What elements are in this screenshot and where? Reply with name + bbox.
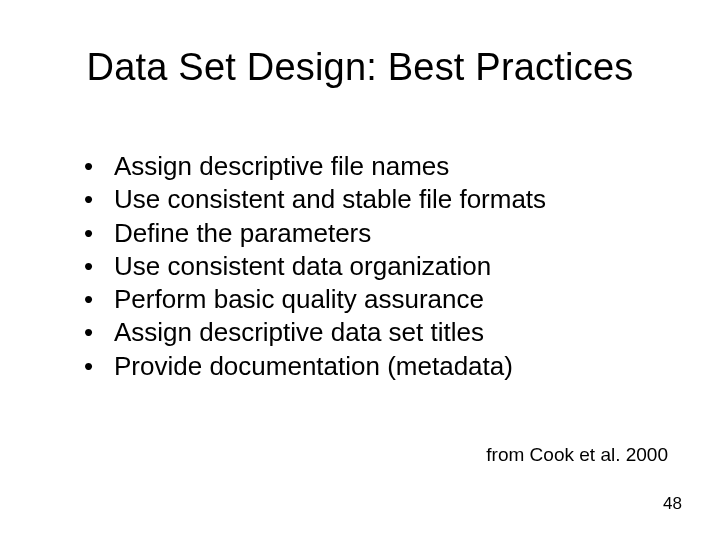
list-item: Assign descriptive file names <box>78 150 638 183</box>
list-item: Provide documentation (metadata) <box>78 350 638 383</box>
list-item: Perform basic quality assurance <box>78 283 638 316</box>
slide: Data Set Design: Best Practices Assign d… <box>0 0 720 540</box>
citation-text: from Cook et al. 2000 <box>486 444 668 466</box>
list-item: Define the parameters <box>78 217 638 250</box>
page-number: 48 <box>663 494 682 514</box>
bullet-list: Assign descriptive file names Use consis… <box>78 150 638 383</box>
slide-title: Data Set Design: Best Practices <box>0 46 720 89</box>
slide-body: Assign descriptive file names Use consis… <box>78 150 638 383</box>
list-item: Assign descriptive data set titles <box>78 316 638 349</box>
list-item: Use consistent and stable file formats <box>78 183 638 216</box>
list-item: Use consistent data organization <box>78 250 638 283</box>
